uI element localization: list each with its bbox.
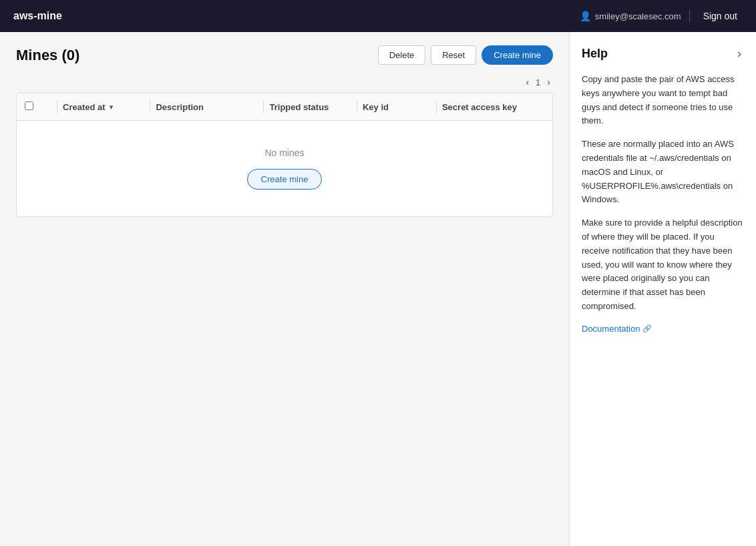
help-collapse-button[interactable]: › (735, 45, 744, 62)
top-nav: aws-mine 👤 smiley@scalesec.com Sign out (0, 0, 756, 32)
action-buttons: Delete Reset Create mine (378, 45, 553, 65)
help-header: Help › (582, 45, 744, 62)
header-row: Mines (0) Delete Reset Create mine (16, 45, 553, 65)
th-key-id: Key id (363, 102, 431, 112)
th-created-at[interactable]: Created at ▼ (63, 102, 144, 112)
pagination: ‹ 1 › (16, 75, 553, 89)
sort-arrow-created-at: ▼ (108, 103, 115, 111)
app-name: aws-mine (13, 10, 62, 22)
user-email: smiley@scalesec.com (595, 11, 681, 21)
nav-divider (689, 9, 690, 23)
th-tripped-status: Tripped status (269, 102, 351, 112)
col-divider-0 (57, 100, 57, 113)
col-divider-1 (150, 100, 150, 113)
th-description: Description (156, 102, 258, 112)
help-paragraph-3: Make sure to provide a helpful descripti… (582, 216, 744, 314)
help-paragraph-1: Copy and paste the pair of AWS access ke… (582, 73, 744, 128)
main-layout: Mines (0) Delete Reset Create mine ‹ 1 › (0, 32, 756, 546)
table-body: No mines Create mine (17, 121, 552, 216)
prev-page-button[interactable]: ‹ (523, 75, 532, 89)
sign-out-button[interactable]: Sign out (698, 8, 743, 24)
table-header: Created at ▼ Description Tripped status … (17, 93, 552, 121)
no-data-message: No mines (17, 148, 552, 158)
col-divider-2 (263, 100, 264, 113)
select-all-checkbox-cell[interactable] (25, 101, 51, 112)
help-panel: Help › Copy and paste the pair of AWS ac… (569, 32, 756, 546)
th-secret-key: Secret access key (442, 102, 544, 112)
select-all-checkbox[interactable] (25, 101, 33, 110)
user-icon: 👤 (580, 11, 591, 21)
page-title: Mines (0) (16, 47, 79, 64)
col-divider-3 (357, 100, 357, 113)
col-divider-4 (436, 100, 437, 113)
content-area: Mines (0) Delete Reset Create mine ‹ 1 › (0, 32, 569, 546)
delete-button[interactable]: Delete (378, 45, 426, 65)
help-title: Help (582, 47, 608, 61)
user-info: 👤 smiley@scalesec.com (580, 11, 681, 21)
create-mine-inline-button[interactable]: Create mine (247, 169, 323, 190)
reset-button[interactable]: Reset (431, 45, 476, 65)
next-page-button[interactable]: › (544, 75, 553, 89)
mines-table: Created at ▼ Description Tripped status … (16, 93, 553, 217)
create-mine-button[interactable]: Create mine (482, 45, 553, 65)
current-page: 1 (536, 77, 540, 87)
documentation-link[interactable]: Documentation 🔗 (582, 324, 652, 334)
help-paragraph-2: These are normally placed into an AWS cr… (582, 138, 744, 207)
nav-right: 👤 smiley@scalesec.com Sign out (580, 8, 743, 24)
external-link-icon: 🔗 (642, 324, 652, 333)
